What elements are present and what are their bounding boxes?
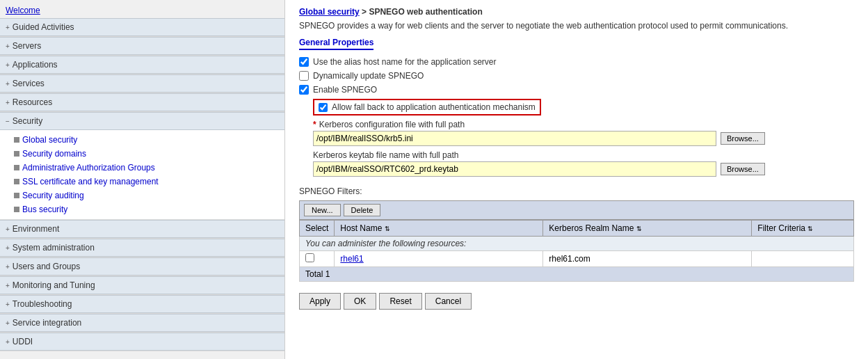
sidebar-label-ssl: SSL certificate and key management <box>22 177 159 186</box>
sidebar-item-security-auditing[interactable]: Security auditing <box>0 189 284 202</box>
krb-keytab-input[interactable] <box>313 161 716 177</box>
sidebar-label-security-auditing: Security auditing <box>22 191 84 200</box>
sidebar-label-security-domains: Security domains <box>22 149 86 159</box>
sidebar-item-applications[interactable]: + Applications <box>0 56 284 74</box>
table-toolbar: New... Delete <box>299 200 854 220</box>
sidebar-section-troubleshooting: + Troubleshooting <box>0 295 284 314</box>
sort-icon-filter: ⇅ <box>807 225 813 232</box>
sidebar: Welcome + Guided Activities + Servers + … <box>0 0 285 359</box>
table-admin-row: You can administer the following resourc… <box>300 237 854 251</box>
sidebar-item-admin-auth[interactable]: Administrative Authorization Groups <box>0 161 284 175</box>
label-dynamic-update: Dynamically update SPNEGO <box>313 71 424 81</box>
main-content: Global security > SPNEGO web authenticat… <box>285 0 868 359</box>
sidebar-label-uddi: UDDI <box>13 337 33 346</box>
sidebar-item-security-domains[interactable]: Security domains <box>0 147 284 161</box>
field-row-krb-keytab: Kerberos keytab file name with full path… <box>313 150 854 177</box>
col-header-filter[interactable]: Filter Criteria ⇅ <box>752 221 854 237</box>
sidebar-label-serviceintegration: Service integration <box>13 318 81 328</box>
sidebar-item-monitoring[interactable]: + Monitoring and Tuning <box>0 276 284 294</box>
expand-icon-monitoring: + <box>6 282 10 289</box>
col-header-select: Select <box>300 221 335 237</box>
expand-icon-serviceintegration: + <box>6 319 10 327</box>
properties-section: Use the alias host name for the applicat… <box>299 57 854 177</box>
sidebar-item-resources[interactable]: + Resources <box>0 93 284 111</box>
total-cell: Total 1 <box>300 267 854 282</box>
sidebar-section-servers: + Servers <box>0 37 284 56</box>
sidebar-item-users[interactable]: + Users and Groups <box>0 257 284 276</box>
sidebar-label-troubleshooting: Troubleshooting <box>13 299 72 309</box>
sidebar-label-security: Security <box>13 116 42 126</box>
filters-title: SPNEGO Filters: <box>299 186 854 196</box>
krb-config-input[interactable] <box>313 131 716 146</box>
sidebar-label-bus-security: Bus security <box>22 205 67 214</box>
section-title: General Properties <box>299 38 373 50</box>
expand-icon-uddi: + <box>6 338 10 346</box>
sidebar-item-bus-security[interactable]: Bus security <box>0 202 284 216</box>
col-label-hostname: Host Name <box>340 223 382 233</box>
sidebar-label-servers: Servers <box>13 41 41 51</box>
admin-message-cell: You can administer the following resourc… <box>300 237 854 251</box>
sidebar-section-applications: + Applications <box>0 56 284 74</box>
sidebar-item-ssl[interactable]: SSL certificate and key management <box>0 175 284 189</box>
checkbox-use-alias[interactable] <box>299 57 309 67</box>
sidebar-label-global-security: Global security <box>22 135 77 145</box>
field-row-krb-config: * Kerberos configuration file with full … <box>313 120 854 146</box>
krb-keytab-browse-button[interactable]: Browse... <box>721 163 765 175</box>
sidebar-section-guided: + Guided Activities <box>0 18 284 37</box>
expand-icon-resources: + <box>6 99 10 106</box>
krb-keytab-label-container: Kerberos keytab file name with full path <box>313 150 765 160</box>
apply-button[interactable]: Apply <box>299 293 341 310</box>
row-hostname-cell: rhel61 <box>335 251 543 267</box>
sidebar-section-resources: + Resources <box>0 93 284 112</box>
bullet-icon <box>14 137 19 143</box>
row-checkbox[interactable] <box>305 253 314 262</box>
sidebar-item-servers[interactable]: + Servers <box>0 37 284 55</box>
sidebar-item-global-security[interactable]: Global security <box>0 133 284 147</box>
table-total-row: Total 1 <box>300 267 854 282</box>
action-buttons: Apply OK Reset Cancel <box>299 293 854 310</box>
sidebar-section-uddi: + UDDI <box>0 333 284 351</box>
sidebar-item-serviceintegration[interactable]: + Service integration <box>0 314 284 332</box>
sidebar-section-serviceintegration: + Service integration <box>0 314 284 333</box>
bullet-icon <box>14 193 19 198</box>
sidebar-item-uddi[interactable]: + UDDI <box>0 333 284 351</box>
breadcrumb-link[interactable]: Global security <box>299 7 360 17</box>
cancel-button[interactable]: Cancel <box>425 293 472 310</box>
prop-row-use-alias: Use the alias host name for the applicat… <box>299 57 854 67</box>
sort-icon-realm: ⇅ <box>636 225 642 232</box>
sidebar-label-resources: Resources <box>13 97 52 107</box>
row-hostname-link[interactable]: rhel61 <box>340 254 363 264</box>
row-select-cell <box>300 251 335 267</box>
checkbox-enable-spnego[interactable] <box>299 85 309 95</box>
filters-table: Select Host Name ⇅ Kerberos Realm Name ⇅… <box>299 220 854 282</box>
sidebar-label-users: Users and Groups <box>13 262 80 271</box>
sidebar-item-environment[interactable]: + Environment <box>0 220 284 238</box>
col-label-realm: Kerberos Realm Name <box>549 223 634 233</box>
delete-button[interactable]: Delete <box>344 204 381 216</box>
krb-config-browse-button[interactable]: Browse... <box>721 132 765 145</box>
sidebar-item-guided[interactable]: + Guided Activities <box>0 18 284 36</box>
col-header-realm[interactable]: Kerberos Realm Name ⇅ <box>543 221 752 237</box>
sidebar-label-environment: Environment <box>13 224 59 234</box>
fallback-box: Allow fall back to application authentic… <box>313 99 541 115</box>
sort-icon-hostname: ⇅ <box>385 225 390 232</box>
ok-button[interactable]: OK <box>344 293 376 310</box>
sidebar-item-sysadmin[interactable]: + System administration <box>0 239 284 257</box>
sidebar-welcome-link[interactable]: Welcome <box>0 3 284 18</box>
expand-icon-services: + <box>6 80 10 88</box>
sidebar-item-services[interactable]: + Services <box>0 74 284 93</box>
reset-button[interactable]: Reset <box>379 293 421 310</box>
krb-config-label-container: * Kerberos configuration file with full … <box>313 120 765 129</box>
new-button[interactable]: New... <box>304 204 341 216</box>
checkbox-fallback[interactable] <box>319 103 328 112</box>
expand-icon-troubleshooting: + <box>6 301 10 308</box>
sidebar-item-troubleshooting[interactable]: + Troubleshooting <box>0 295 284 313</box>
prop-row-enable-spnego: Enable SPNEGO <box>299 85 854 95</box>
sidebar-item-security[interactable]: − Security <box>0 112 284 130</box>
expand-icon-guided: + <box>6 24 10 31</box>
bullet-icon <box>14 151 19 157</box>
sidebar-section-services: + Services <box>0 74 284 93</box>
col-header-hostname[interactable]: Host Name ⇅ <box>335 221 543 237</box>
checkbox-dynamic-update[interactable] <box>299 71 309 81</box>
sidebar-section-security: − Security Global security Security doma… <box>0 112 284 220</box>
